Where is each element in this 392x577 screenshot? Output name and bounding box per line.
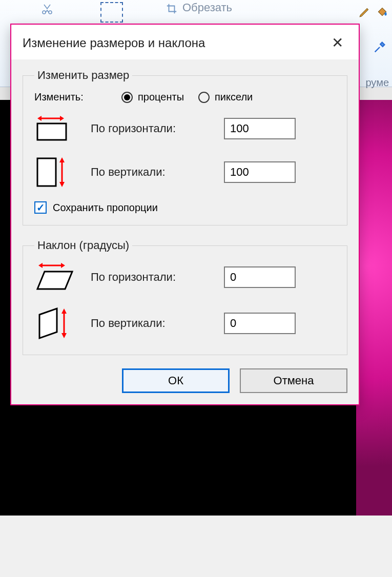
svg-marker-6 — [59, 157, 65, 162]
svg-marker-14 — [61, 308, 67, 314]
ok-button[interactable]: ОК — [122, 368, 230, 393]
svg-marker-2 — [60, 116, 64, 121]
skew-vertical-row: По вертикали: — [34, 305, 336, 341]
close-button[interactable]: ✕ — [327, 34, 347, 52]
skew-group: Наклон (градусы) По горизонтали: — [23, 239, 347, 355]
radio-percent[interactable]: проценты — [121, 91, 184, 103]
resize-by-label: Изменить: — [34, 91, 121, 103]
dialog-title: Изменение размеров и наклона — [23, 36, 205, 50]
resize-by-row: Изменить: проценты пиксели — [34, 91, 336, 103]
crop-icon — [166, 3, 177, 17]
resize-vertical-label: По вертикали: — [91, 166, 224, 179]
skew-vertical-input[interactable] — [224, 313, 296, 334]
skew-horizontal-row: По горизонтали: — [34, 261, 336, 293]
svg-rect-4 — [37, 158, 56, 186]
cancel-button[interactable]: Отмена — [240, 368, 347, 393]
bucket-icon — [376, 5, 389, 21]
resize-group: Изменить размер Изменить: проценты пиксе… — [23, 69, 347, 225]
svg-marker-12 — [39, 308, 57, 338]
keep-ratio-label: Сохранить пропорции — [53, 202, 158, 214]
crop-label: Обрезать — [182, 1, 232, 14]
svg-marker-15 — [61, 333, 67, 338]
skew-horizontal-label: По горизонтали: — [91, 271, 224, 284]
horizontal-size-icon — [34, 114, 91, 143]
radio-percent-label: проценты — [138, 91, 184, 103]
keep-ratio-checkbox[interactable] — [34, 201, 47, 214]
skew-legend: Наклон (градусы) — [34, 239, 132, 252]
svg-marker-10 — [61, 263, 65, 268]
skew-vertical-icon — [34, 305, 91, 341]
dialog-body: Изменить размер Изменить: проценты пиксе… — [11, 59, 359, 404]
resize-horizontal-row: По горизонтали: — [34, 114, 336, 143]
skew-horizontal-icon — [34, 261, 91, 293]
image-content — [356, 100, 392, 516]
scissors-icon — [41, 3, 53, 18]
dialog-button-row: ОК Отмена — [23, 368, 347, 393]
svg-marker-1 — [37, 116, 42, 121]
app-background-bottom — [0, 516, 392, 577]
resize-legend: Изменить размер — [34, 69, 132, 82]
keep-ratio-row: Сохранить пропорции — [34, 201, 336, 214]
radio-pixels[interactable]: пиксели — [198, 91, 253, 103]
vertical-size-icon — [34, 155, 91, 189]
resize-skew-dialog: Изменение размеров и наклона ✕ Изменить … — [10, 24, 360, 405]
resize-vertical-input[interactable] — [224, 161, 296, 183]
pencil-icon — [358, 5, 372, 21]
skew-vertical-label: По вертикали: — [91, 317, 224, 330]
eyedropper-icon — [373, 40, 387, 57]
skew-horizontal-input[interactable] — [224, 266, 296, 288]
svg-marker-11 — [37, 272, 72, 289]
dialog-titlebar: Изменение размеров и наклона ✕ — [11, 25, 359, 59]
resize-vertical-row: По вертикали: — [34, 155, 336, 189]
selection-icon — [100, 2, 123, 23]
toolgroup-label-fragment: руме — [365, 77, 389, 89]
radio-dot-icon — [121, 92, 133, 103]
svg-rect-3 — [37, 123, 66, 140]
radio-pixels-label: пиксели — [215, 91, 253, 103]
svg-marker-9 — [38, 263, 43, 268]
resize-horizontal-input[interactable] — [224, 118, 296, 139]
svg-marker-7 — [59, 182, 65, 187]
resize-horizontal-label: По горизонтали: — [91, 122, 224, 135]
radio-dot-icon — [198, 92, 210, 103]
